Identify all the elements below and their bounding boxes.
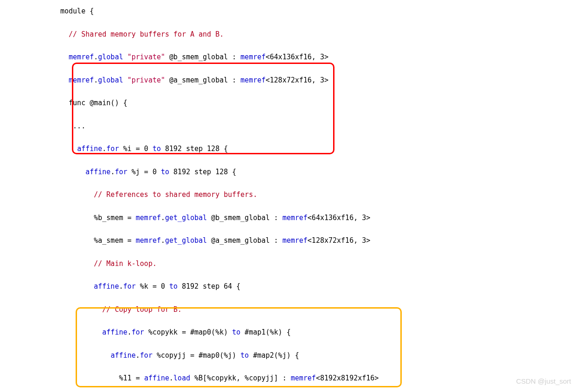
code-line: func @main() {: [0, 97, 585, 109]
code-line: module {: [0, 6, 585, 17]
comment: // References to shared memory buffers.: [94, 190, 257, 199]
code-line: affine.for %copyjj = #map0(%j) to #map2(…: [0, 350, 585, 361]
code-line: %11 = affine.load %B[%copykk, %copyjj] :…: [0, 373, 585, 384]
code-line: // Main k-loop.: [0, 258, 585, 270]
code-line: %b_smem = memref.get_global @b_smem_glob…: [0, 212, 585, 224]
code-line: affine.for %copykk = #map0(%k) to #map1(…: [0, 327, 585, 338]
code-line: memref.global "private" @b_smem_global :…: [0, 51, 585, 63]
code-block: module { // Shared memory buffers for A …: [0, 6, 585, 392]
code-line: // Copy loop for B.: [0, 304, 585, 316]
code-line: ...: [0, 120, 585, 132]
comment: // Copy loop for B.: [102, 305, 182, 314]
code-line: memref.global "private" @a_smem_global :…: [0, 75, 585, 86]
code-line: // References to shared memory buffers.: [0, 189, 585, 201]
comment: // Main k-loop.: [94, 259, 156, 268]
code-line: affine.for %k = 0 to 8192 step 64 {: [0, 281, 585, 292]
code-line: // Shared memory buffers for A and B.: [0, 29, 585, 40]
code-line: affine.for %j = 0 to 8192 step 128 {: [0, 166, 585, 178]
comment: // Shared memory buffers for A and B.: [69, 30, 224, 38]
code-line: affine.for %i = 0 to 8192 step 128 {: [0, 143, 585, 155]
code-line: %a_smem = memref.get_global @a_smem_glob…: [0, 235, 585, 247]
text: module {: [60, 7, 94, 15]
